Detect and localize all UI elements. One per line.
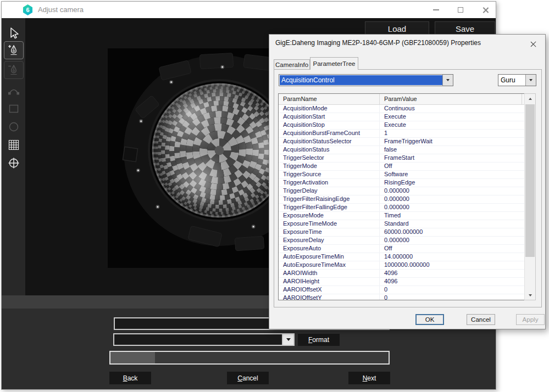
- param-value-cell: Standard: [380, 220, 524, 228]
- crosshair-icon: [7, 156, 20, 170]
- table-row[interactable]: ExposureTime60000.000000: [279, 228, 524, 237]
- progress-fill: [110, 352, 155, 363]
- next-button[interactable]: Next: [348, 372, 390, 384]
- table-row[interactable]: AAROIWidth4096: [279, 270, 524, 278]
- scrollbar-thumb[interactable]: [525, 104, 535, 257]
- scroll-down-button[interactable]: [525, 290, 535, 300]
- param-name-cell: TriggerFilterRaisingEdge: [279, 195, 380, 203]
- table-row[interactable]: TriggerActivationRisingEdge: [279, 179, 524, 187]
- table-row[interactable]: AcquisitionModeContinuous: [279, 105, 524, 113]
- dropdown-arrow-button[interactable]: [525, 75, 536, 86]
- table-row[interactable]: TriggerDelay0.000000: [279, 187, 524, 195]
- param-value-cell: 0.000000: [380, 204, 524, 211]
- param-value-cell: 1: [380, 130, 524, 137]
- app-icon: 6: [23, 4, 33, 15]
- table-row[interactable]: AcquisitionBurstFrameCount1: [279, 130, 524, 138]
- param-name-cell: AcquisitionStart: [279, 113, 380, 121]
- dialog-cancel-button[interactable]: Cancel: [467, 314, 495, 325]
- param-value-cell: FrameTriggerWait: [380, 138, 524, 145]
- tab-camerainfo[interactable]: CameraInfo: [274, 59, 310, 70]
- param-value-cell: 0: [380, 294, 524, 300]
- dialog-title: GigE:Daheng Imaging ME2P-1840-6GM-P (GBF…: [275, 39, 481, 47]
- table-row[interactable]: TriggerSelectorFrameStart: [279, 154, 524, 163]
- ellipse-select-tool-button[interactable]: [4, 117, 24, 136]
- table-row[interactable]: AAROIHeight4096: [279, 278, 524, 286]
- dialog-close-button[interactable]: [525, 38, 541, 50]
- table-row[interactable]: ExposureDelay0.000000: [279, 237, 524, 245]
- param-name-cell: TriggerMode: [279, 163, 380, 170]
- table-scrollbar[interactable]: [524, 93, 536, 300]
- param-name-cell: AutoExposureTimeMin: [279, 253, 380, 261]
- column-header-paramname[interactable]: ParamName: [279, 94, 380, 104]
- feature-category-dropdown[interactable]: AcquisitionControl: [279, 74, 453, 86]
- param-value-cell: Execute: [380, 113, 524, 121]
- pen-plus-icon: [7, 44, 20, 57]
- visibility-level-dropdown[interactable]: Guru: [498, 74, 536, 86]
- window-title: Adjust camera: [38, 5, 84, 14]
- param-value-cell: 60000.000000: [380, 228, 524, 236]
- table-row[interactable]: ExposureModeTimed: [279, 212, 524, 220]
- maximize-button[interactable]: [451, 2, 470, 18]
- pen-minus-icon: [7, 64, 20, 77]
- table-row[interactable]: AutoExposureTimeMin14.000000: [279, 253, 524, 261]
- param-value-cell: FrameStart: [380, 154, 524, 162]
- grid-icon: [7, 138, 20, 152]
- ok-button[interactable]: OK: [415, 314, 444, 325]
- column-header-paramvalue[interactable]: ParamValue: [380, 94, 522, 104]
- param-value-cell: Off: [380, 163, 524, 170]
- table-row[interactable]: AcquisitionStatusSelectorFrameTriggerWai…: [279, 138, 524, 146]
- param-name-cell: ExposureMode: [279, 212, 380, 220]
- grid-tool-button[interactable]: [4, 136, 24, 154]
- param-value-cell: 14.000000: [380, 253, 524, 261]
- table-row[interactable]: AcquisitionStopExecute: [279, 121, 524, 130]
- curve-handles-tool-button[interactable]: [4, 81, 24, 99]
- table-row[interactable]: TriggerModeOff: [279, 163, 524, 171]
- wizard-cancel-button[interactable]: Cancel: [227, 372, 269, 384]
- param-name-cell: ExposureTimeMode: [279, 220, 380, 228]
- visibility-level-value: Guru: [498, 75, 525, 86]
- table-row[interactable]: AAROIOffsetX0: [279, 286, 524, 294]
- tab-parametertree[interactable]: ParameterTree: [310, 57, 358, 70]
- dropdown-arrow-button[interactable]: [282, 334, 293, 345]
- param-value-cell: Timed: [380, 212, 524, 220]
- close-icon: [482, 7, 489, 14]
- table-row[interactable]: ExposureAutoOff: [279, 245, 524, 253]
- param-name-cell: TriggerDelay: [279, 187, 380, 195]
- minimize-button[interactable]: [426, 2, 446, 18]
- param-name-cell: TriggerSelector: [279, 154, 380, 162]
- apply-button[interactable]: Apply: [516, 314, 545, 325]
- table-header: ParamName ParamValue: [279, 94, 524, 105]
- param-name-cell: ExposureDelay: [279, 237, 380, 244]
- param-value-cell: false: [380, 146, 524, 154]
- table-row[interactable]: AAROIOffsetY0: [279, 294, 524, 300]
- close-icon: [530, 41, 537, 48]
- dropdown-arrow-button[interactable]: [442, 75, 453, 86]
- add-point-pen-tool-button[interactable]: [4, 41, 24, 59]
- table-row[interactable]: ExposureTimeModeStandard: [279, 220, 524, 228]
- window-close-button[interactable]: [475, 2, 495, 18]
- select-tool-button[interactable]: [4, 24, 24, 42]
- param-name-cell: ExposureTime: [279, 228, 380, 236]
- table-row[interactable]: AutoExposureTimeMax1000000.000000: [279, 261, 524, 270]
- rectangle-select-tool-button[interactable]: [4, 99, 24, 117]
- crosshair-tool-button[interactable]: [4, 154, 24, 172]
- param-name-cell: AcquisitionStatus: [279, 146, 380, 154]
- param-value-cell: Continuous: [380, 105, 524, 113]
- scroll-up-button[interactable]: [525, 94, 535, 103]
- app-icon-number: 6: [26, 7, 29, 13]
- format-button[interactable]: Format: [298, 334, 340, 346]
- chevron-down-icon: [286, 338, 291, 341]
- table-row[interactable]: AcquisitionStatusfalse: [279, 146, 524, 154]
- table-row[interactable]: TriggerFilterFallingEdge0.000000: [279, 204, 524, 212]
- param-value-cell: RisingEdge: [380, 179, 524, 187]
- table-row[interactable]: TriggerSourceSoftware: [279, 171, 524, 179]
- param-value-cell: 0.000000: [380, 187, 524, 195]
- format-dropdown[interactable]: [113, 333, 295, 346]
- table-row[interactable]: TriggerFilterRaisingEdge0.000000: [279, 195, 524, 204]
- param-value-cell: 0.000000: [380, 237, 524, 244]
- back-button[interactable]: Back: [109, 372, 151, 384]
- rectangle-icon: [7, 102, 20, 115]
- table-row[interactable]: AcquisitionStartExecute: [279, 113, 524, 121]
- remove-point-pen-tool-button[interactable]: [4, 61, 24, 79]
- window-titlebar: 6 Adjust camera: [2, 2, 496, 19]
